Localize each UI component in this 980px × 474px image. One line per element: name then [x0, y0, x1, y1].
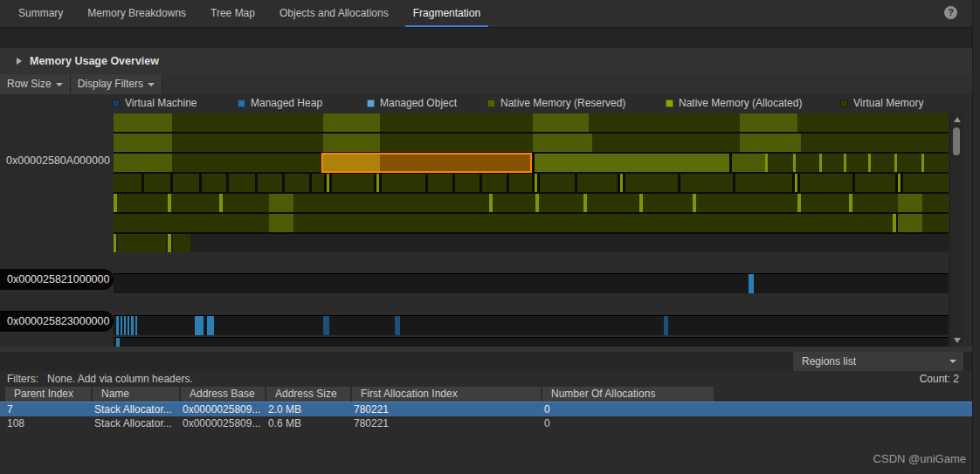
map-row[interactable] — [114, 234, 949, 252]
map-block[interactable] — [592, 134, 740, 152]
map-block[interactable] — [173, 174, 199, 192]
map-block[interactable] — [871, 154, 894, 172]
map-block[interactable] — [643, 194, 693, 212]
map-block[interactable] — [195, 316, 204, 335]
map-block[interactable] — [539, 194, 583, 212]
map-row[interactable] — [114, 174, 949, 192]
foldout-collapsed-icon[interactable] — [17, 58, 22, 65]
map-block[interactable] — [620, 174, 623, 192]
map-block[interactable] — [114, 113, 172, 132]
map-block[interactable] — [376, 174, 379, 192]
map-block[interactable] — [114, 174, 141, 192]
regions-list-dropdown[interactable]: Regions list — [793, 352, 963, 371]
map-block[interactable] — [114, 134, 172, 152]
map-block[interactable] — [922, 214, 949, 232]
map-block[interactable] — [118, 234, 166, 252]
map-block[interactable] — [740, 113, 797, 132]
map-row[interactable] — [114, 194, 949, 212]
map-block[interactable] — [735, 174, 792, 192]
map-block[interactable] — [395, 316, 400, 335]
map-block[interactable] — [768, 154, 793, 172]
map-block[interactable] — [533, 134, 592, 152]
map-block[interactable] — [380, 113, 533, 132]
map-block[interactable] — [740, 134, 801, 152]
map-block[interactable] — [121, 316, 122, 335]
map-block[interactable] — [114, 154, 172, 172]
map-block[interactable] — [312, 174, 324, 192]
map-block[interactable] — [533, 113, 589, 132]
map-block[interactable] — [577, 174, 618, 192]
map-block[interactable] — [509, 174, 532, 192]
map-block[interactable] — [269, 194, 293, 212]
map-block[interactable] — [114, 234, 116, 252]
map-block[interactable] — [852, 194, 898, 212]
map-block[interactable] — [131, 316, 134, 335]
map-block[interactable] — [128, 316, 129, 335]
map-block[interactable] — [732, 154, 765, 172]
scroll-up-icon[interactable] — [954, 117, 961, 122]
memory-map-group2[interactable] — [114, 273, 949, 293]
map-block[interactable] — [893, 214, 896, 232]
map-block[interactable] — [207, 316, 214, 335]
column-header-first-allocation-index[interactable]: First Allocation Index — [352, 387, 541, 402]
map-block[interactable] — [229, 174, 255, 192]
map-block[interactable] — [493, 194, 535, 212]
map-block[interactable] — [800, 174, 852, 192]
map-block[interactable] — [117, 194, 168, 212]
tab-summary[interactable]: Summary — [10, 0, 71, 27]
map-block[interactable] — [589, 113, 740, 132]
map-block[interactable] — [202, 174, 226, 192]
map-block[interactable] — [535, 154, 729, 172]
map-vertical-scrollbar[interactable] — [949, 113, 963, 347]
help-icon[interactable]: ? — [944, 6, 957, 19]
map-block[interactable] — [293, 214, 893, 232]
column-header-name[interactable]: Name — [93, 387, 179, 402]
map-block[interactable] — [116, 316, 119, 335]
map-block[interactable] — [327, 174, 329, 192]
map-block[interactable] — [223, 194, 269, 212]
tab-fragmentation[interactable]: Fragmentation — [405, 0, 488, 27]
map-block[interactable] — [455, 174, 480, 192]
scrollbar-thumb[interactable] — [953, 127, 960, 155]
map-block[interactable] — [796, 154, 819, 172]
column-header-number-of-allocations[interactable]: Number Of Allocations — [542, 387, 714, 402]
map-block[interactable] — [171, 194, 219, 212]
map-block[interactable] — [664, 316, 668, 335]
tab-objects-and-allocations[interactable]: Objects and Allocations — [272, 0, 397, 27]
map-block[interactable] — [922, 194, 949, 212]
map-block[interactable] — [380, 134, 533, 152]
tab-memory-breakdowns[interactable]: Memory Breakdowns — [79, 0, 194, 27]
map-block[interactable] — [258, 174, 282, 192]
map-block[interactable] — [332, 174, 374, 192]
map-block[interactable] — [323, 113, 380, 132]
map-block[interactable] — [898, 214, 922, 232]
scroll-down-icon[interactable] — [954, 338, 961, 343]
table-row[interactable]: 7Stack Allocator...0x0000025809...2.0 MB… — [0, 402, 972, 416]
column-header-address-size[interactable]: Address Size — [266, 387, 350, 402]
map-block[interactable] — [482, 174, 507, 192]
map-block[interactable] — [625, 174, 678, 192]
column-header-address-base[interactable]: Address Base — [181, 387, 265, 402]
map-block[interactable] — [172, 134, 323, 152]
map-block[interactable] — [382, 174, 425, 192]
map-block[interactable] — [293, 194, 489, 212]
map-block[interactable] — [269, 214, 293, 232]
map-block[interactable] — [173, 234, 190, 252]
map-block[interactable] — [696, 194, 797, 212]
map-block[interactable] — [749, 274, 754, 293]
map-block[interactable] — [897, 154, 921, 172]
map-block[interactable] — [795, 174, 797, 192]
map-block[interactable] — [535, 174, 537, 192]
memory-map-group3[interactable] — [114, 315, 949, 335]
map-block[interactable] — [801, 194, 849, 212]
display-filters-dropdown[interactable]: Display Filters — [71, 74, 162, 94]
map-block[interactable] — [797, 113, 949, 132]
map-block[interactable] — [540, 174, 575, 192]
map-block[interactable] — [124, 316, 126, 335]
row-size-dropdown[interactable]: Row Size — [0, 74, 71, 94]
map-block[interactable] — [898, 174, 901, 192]
map-block[interactable] — [323, 316, 329, 335]
map-block[interactable] — [898, 194, 922, 212]
column-header-parent-index[interactable]: Parent Index — [5, 387, 91, 402]
map-block[interactable] — [285, 174, 309, 192]
